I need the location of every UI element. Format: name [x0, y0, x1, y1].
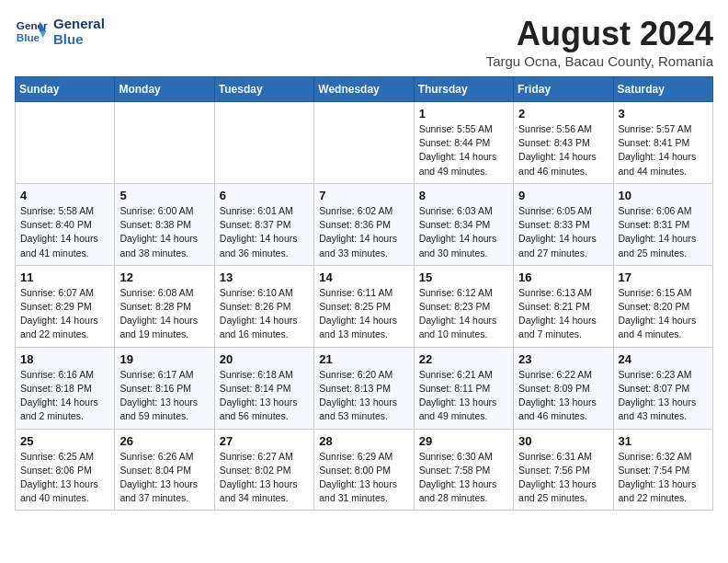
day-number: 31 — [619, 434, 708, 448]
day-number: 7 — [319, 189, 408, 202]
day-info: Sunrise: 6:31 AM Sunset: 7:56 PM Dayligh… — [518, 450, 608, 506]
day-number: 27 — [220, 434, 309, 448]
day-info: Sunrise: 6:26 AM Sunset: 8:04 PM Dayligh… — [119, 450, 209, 506]
day-info: Sunrise: 6:07 AM Sunset: 8:29 PM Dayligh… — [20, 286, 109, 342]
weekday-header-sunday: Sunday — [16, 77, 115, 102]
day-number: 2 — [518, 107, 608, 121]
calendar-cell: 21Sunrise: 6:20 AM Sunset: 8:13 PM Dayli… — [314, 347, 414, 429]
day-info: Sunrise: 6:20 AM Sunset: 8:13 PM Dayligh… — [319, 368, 408, 424]
calendar-cell: 13Sunrise: 6:10 AM Sunset: 8:26 PM Dayli… — [214, 265, 313, 347]
calendar-cell: 10Sunrise: 6:06 AM Sunset: 8:31 PM Dayli… — [613, 183, 712, 265]
day-info: Sunrise: 6:15 AM Sunset: 8:20 PM Dayligh… — [619, 286, 708, 342]
calendar-cell: 31Sunrise: 6:32 AM Sunset: 7:54 PM Dayli… — [613, 429, 712, 511]
day-info: Sunrise: 6:13 AM Sunset: 8:21 PM Dayligh… — [518, 286, 608, 342]
calendar-cell: 12Sunrise: 6:08 AM Sunset: 8:28 PM Dayli… — [115, 265, 214, 347]
calendar-cell: 23Sunrise: 6:22 AM Sunset: 8:09 PM Dayli… — [514, 347, 613, 429]
day-number: 13 — [220, 270, 309, 284]
calendar-cell: 2Sunrise: 5:56 AM Sunset: 8:43 PM Daylig… — [514, 102, 613, 184]
day-info: Sunrise: 6:06 AM Sunset: 8:31 PM Dayligh… — [619, 204, 708, 260]
day-number: 30 — [518, 434, 608, 448]
weekday-header-friday: Friday — [514, 77, 613, 102]
day-number: 18 — [20, 352, 109, 366]
day-info: Sunrise: 6:22 AM Sunset: 8:09 PM Dayligh… — [518, 368, 608, 424]
day-info: Sunrise: 6:25 AM Sunset: 8:06 PM Dayligh… — [20, 450, 109, 506]
day-info: Sunrise: 6:08 AM Sunset: 8:28 PM Dayligh… — [119, 286, 209, 342]
logo-general: General — [53, 16, 105, 31]
calendar-cell: 3Sunrise: 5:57 AM Sunset: 8:41 PM Daylig… — [613, 102, 712, 184]
calendar-week-4: 18Sunrise: 6:16 AM Sunset: 8:18 PM Dayli… — [16, 347, 713, 429]
day-number: 3 — [619, 107, 708, 121]
day-number: 12 — [119, 270, 209, 284]
calendar-cell: 9Sunrise: 6:05 AM Sunset: 8:33 PM Daylig… — [514, 183, 613, 265]
day-info: Sunrise: 6:10 AM Sunset: 8:26 PM Dayligh… — [220, 286, 309, 342]
day-info: Sunrise: 5:58 AM Sunset: 8:40 PM Dayligh… — [20, 204, 109, 260]
calendar-cell: 27Sunrise: 6:27 AM Sunset: 8:02 PM Dayli… — [214, 429, 313, 511]
calendar-cell: 29Sunrise: 6:30 AM Sunset: 7:58 PM Dayli… — [414, 429, 513, 511]
calendar-week-5: 25Sunrise: 6:25 AM Sunset: 8:06 PM Dayli… — [16, 429, 713, 511]
day-info: Sunrise: 6:27 AM Sunset: 8:02 PM Dayligh… — [220, 450, 309, 506]
logo-blue: Blue — [53, 31, 105, 47]
weekday-header-monday: Monday — [115, 77, 214, 102]
calendar-cell: 26Sunrise: 6:26 AM Sunset: 8:04 PM Dayli… — [115, 429, 214, 511]
day-number: 9 — [518, 189, 608, 202]
day-info: Sunrise: 6:23 AM Sunset: 8:07 PM Dayligh… — [619, 368, 708, 424]
calendar-week-2: 4Sunrise: 5:58 AM Sunset: 8:40 PM Daylig… — [16, 183, 713, 265]
day-number: 6 — [220, 189, 309, 202]
day-number: 23 — [518, 352, 608, 366]
calendar-week-3: 11Sunrise: 6:07 AM Sunset: 8:29 PM Dayli… — [16, 265, 713, 347]
day-number: 26 — [119, 434, 209, 448]
calendar-cell: 22Sunrise: 6:21 AM Sunset: 8:11 PM Dayli… — [414, 347, 513, 429]
day-number: 4 — [20, 189, 109, 202]
day-number: 29 — [419, 434, 508, 448]
day-number: 21 — [319, 352, 408, 366]
day-info: Sunrise: 6:29 AM Sunset: 8:00 PM Dayligh… — [319, 450, 408, 506]
calendar-cell: 25Sunrise: 6:25 AM Sunset: 8:06 PM Dayli… — [16, 429, 115, 511]
calendar-week-1: 1Sunrise: 5:55 AM Sunset: 8:44 PM Daylig… — [16, 102, 713, 184]
calendar-cell — [115, 102, 214, 184]
calendar-cell: 6Sunrise: 6:01 AM Sunset: 8:37 PM Daylig… — [214, 183, 313, 265]
day-number: 10 — [619, 189, 708, 202]
calendar-cell: 5Sunrise: 6:00 AM Sunset: 8:38 PM Daylig… — [115, 183, 214, 265]
day-number: 1 — [419, 107, 508, 121]
calendar-cell: 19Sunrise: 6:17 AM Sunset: 8:16 PM Dayli… — [115, 347, 214, 429]
calendar-table: SundayMondayTuesdayWednesdayThursdayFrid… — [15, 76, 713, 511]
day-info: Sunrise: 6:32 AM Sunset: 7:54 PM Dayligh… — [619, 450, 708, 506]
calendar-cell: 14Sunrise: 6:11 AM Sunset: 8:25 PM Dayli… — [314, 265, 414, 347]
calendar-cell: 30Sunrise: 6:31 AM Sunset: 7:56 PM Dayli… — [514, 429, 613, 511]
calendar-cell: 28Sunrise: 6:29 AM Sunset: 8:00 PM Dayli… — [314, 429, 414, 511]
calendar-cell: 20Sunrise: 6:18 AM Sunset: 8:14 PM Dayli… — [214, 347, 313, 429]
day-info: Sunrise: 5:57 AM Sunset: 8:41 PM Dayligh… — [619, 122, 708, 178]
calendar-cell: 1Sunrise: 5:55 AM Sunset: 8:44 PM Daylig… — [414, 102, 513, 184]
page-header: General Blue General Blue August 2024 Ta… — [15, 15, 713, 69]
day-number: 22 — [419, 352, 508, 366]
calendar-cell — [16, 102, 115, 184]
calendar-cell: 17Sunrise: 6:15 AM Sunset: 8:20 PM Dayli… — [613, 265, 712, 347]
day-number: 25 — [20, 434, 109, 448]
day-info: Sunrise: 6:16 AM Sunset: 8:18 PM Dayligh… — [20, 368, 109, 424]
calendar-cell: 15Sunrise: 6:12 AM Sunset: 8:23 PM Dayli… — [414, 265, 513, 347]
day-number: 8 — [419, 189, 508, 202]
location-subtitle: Targu Ocna, Bacau County, Romania — [486, 53, 713, 69]
day-info: Sunrise: 6:30 AM Sunset: 7:58 PM Dayligh… — [419, 450, 508, 506]
day-number: 14 — [319, 270, 408, 284]
weekday-header-thursday: Thursday — [414, 77, 513, 102]
day-info: Sunrise: 5:56 AM Sunset: 8:43 PM Dayligh… — [518, 122, 608, 178]
day-number: 20 — [220, 352, 309, 366]
calendar-cell: 18Sunrise: 6:16 AM Sunset: 8:18 PM Dayli… — [16, 347, 115, 429]
day-number: 19 — [119, 352, 209, 366]
day-info: Sunrise: 6:00 AM Sunset: 8:38 PM Dayligh… — [119, 204, 209, 260]
day-number: 24 — [619, 352, 708, 366]
day-info: Sunrise: 6:02 AM Sunset: 8:36 PM Dayligh… — [319, 204, 408, 260]
day-number: 15 — [419, 270, 508, 284]
calendar-cell: 4Sunrise: 5:58 AM Sunset: 8:40 PM Daylig… — [16, 183, 115, 265]
calendar-cell — [314, 102, 414, 184]
day-number: 17 — [619, 270, 708, 284]
svg-text:Blue: Blue — [17, 31, 40, 43]
day-info: Sunrise: 6:18 AM Sunset: 8:14 PM Dayligh… — [220, 368, 309, 424]
calendar-cell — [214, 102, 313, 184]
weekday-header-tuesday: Tuesday — [214, 77, 313, 102]
calendar-cell: 11Sunrise: 6:07 AM Sunset: 8:29 PM Dayli… — [16, 265, 115, 347]
day-info: Sunrise: 6:21 AM Sunset: 8:11 PM Dayligh… — [419, 368, 508, 424]
weekday-header-row: SundayMondayTuesdayWednesdayThursdayFrid… — [16, 77, 713, 102]
day-info: Sunrise: 6:01 AM Sunset: 8:37 PM Dayligh… — [220, 204, 309, 260]
